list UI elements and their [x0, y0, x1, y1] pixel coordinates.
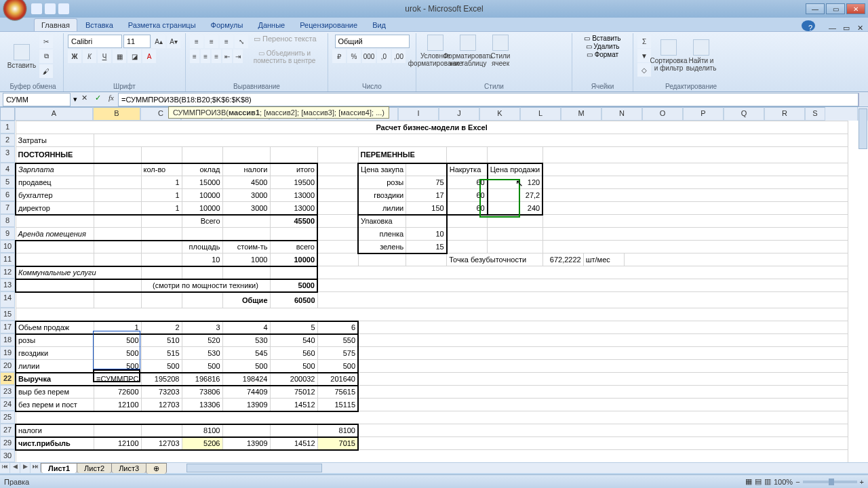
row-12: Коммунальные услуги	[16, 266, 848, 279]
row-15	[16, 308, 848, 321]
format-table-button[interactable]: Форматировать как таблицу	[453, 35, 483, 67]
close-button[interactable]: ✕	[846, 3, 865, 14]
view-normal-icon[interactable]: ▦	[745, 477, 752, 486]
sheet-tab-2[interactable]: Лист2	[77, 463, 112, 473]
row-23: выр без перем726007320373806744097501275…	[16, 386, 848, 399]
underline-button[interactable]: Ч	[98, 49, 111, 63]
view-break-icon[interactable]: ▥	[764, 477, 771, 486]
format-cells[interactable]: ▭ Формат	[576, 51, 629, 58]
zoom-in[interactable]: +	[860, 478, 864, 486]
font-size-box[interactable]	[123, 35, 151, 48]
shrink-font-icon[interactable]: A▾	[167, 35, 180, 48]
tab-home[interactable]: Главная	[34, 18, 77, 31]
clear-button[interactable]: ◇	[637, 63, 651, 77]
align-center[interactable]: ≡	[201, 49, 210, 63]
row-7: директор110000300013000лилии15060240	[16, 202, 848, 215]
tab-review[interactable]: Рецензирование	[293, 19, 364, 31]
border-button[interactable]: ▦	[113, 49, 126, 63]
minimize-button[interactable]: —	[806, 3, 825, 14]
format-painter-icon[interactable]: 🖌	[39, 64, 53, 78]
align-right[interactable]: ≡	[212, 49, 221, 63]
vertical-scrollbar[interactable]	[857, 107, 868, 121]
number-format-box[interactable]	[335, 35, 410, 48]
increase-indent[interactable]: ⇥	[233, 49, 243, 63]
select-all-button[interactable]	[0, 107, 15, 121]
currency-button[interactable]: ₽	[332, 49, 346, 63]
row-11: 10100010000Точка безубыточности672,2222ш…	[16, 253, 848, 266]
tab-data[interactable]: Данные	[251, 19, 292, 31]
copy-icon[interactable]: ⧉	[39, 49, 53, 63]
save-icon[interactable]	[31, 3, 42, 14]
italic-button[interactable]: К	[83, 49, 96, 63]
paste-button[interactable]: Вставить	[7, 44, 37, 69]
tab-view[interactable]: Вид	[366, 19, 393, 31]
tab-pagelayout[interactable]: Разметка страницы	[121, 19, 203, 31]
grow-font-icon[interactable]: A▴	[152, 35, 165, 48]
align-bottom[interactable]: ≡	[220, 35, 233, 48]
inc-decimal[interactable]: ,0	[377, 49, 391, 63]
maximize-button[interactable]: ▭	[826, 3, 845, 14]
cells-area[interactable]: Расчет бизнес-модели в Excel Затраты ПОС…	[15, 121, 857, 462]
zoom-value[interactable]: 100%	[774, 478, 793, 486]
align-left[interactable]: ≡	[190, 49, 199, 63]
redo-icon[interactable]	[58, 3, 69, 14]
row-30	[16, 450, 848, 463]
font-name-box[interactable]	[68, 35, 122, 48]
new-sheet-button[interactable]: ⊕	[146, 463, 167, 474]
group-cells-label: Ячейки	[576, 83, 629, 92]
view-layout-icon[interactable]: ▤	[755, 477, 762, 486]
row-6: бухгалтер110000300013000гвоздики176027,2	[16, 189, 848, 202]
quick-access-toolbar	[31, 3, 69, 14]
group-alignment-label: Выравнивание	[190, 83, 323, 92]
insert-cells[interactable]: ▭ Вставить	[576, 35, 629, 42]
sheet-tab-3[interactable]: Лист3	[111, 463, 146, 473]
row-14: Общие60500	[16, 292, 848, 308]
formula-expander[interactable]	[859, 93, 868, 106]
align-middle[interactable]: ≡	[205, 35, 218, 48]
formula-bar-row: ▾ ✕ ✓ fx	[0, 92, 868, 107]
align-top[interactable]: ≡	[190, 35, 203, 48]
tab-insert[interactable]: Вставка	[79, 19, 120, 31]
orientation[interactable]: ⤡	[235, 35, 248, 48]
horizontal-scrollbar[interactable]	[173, 463, 868, 473]
undo-icon[interactable]	[45, 3, 56, 14]
decrease-indent[interactable]: ⇤	[222, 49, 232, 63]
zoom-out[interactable]: −	[795, 478, 800, 486]
sort-filter-button[interactable]: Сортировка и фильтр	[654, 39, 684, 72]
fill-button[interactable]: ▼	[637, 49, 651, 62]
row-headers[interactable]: 1234567891011121314151718192022232425272…	[0, 121, 15, 462]
row-2: Затраты	[16, 134, 848, 147]
zoom-slider[interactable]	[803, 481, 857, 483]
row-13: (смотри по мощности техники)5000	[16, 279, 848, 292]
row-9: Аренда помещенияпленка10	[16, 228, 848, 241]
percent-button[interactable]: %	[347, 49, 361, 63]
formula-cancel[interactable]: ✕	[77, 94, 91, 106]
fill-color-button[interactable]: ◪	[127, 49, 141, 63]
bold-button[interactable]: Ж	[68, 49, 81, 63]
name-box[interactable]	[3, 93, 71, 106]
mdi-restore[interactable]: ▭	[836, 22, 850, 31]
row-20: лилии500500500500500500	[16, 360, 848, 373]
sheet-tab-1[interactable]: Лист1	[41, 463, 77, 473]
fx-button[interactable]: fx	[104, 94, 118, 106]
merge-button[interactable]: ▭ Объединить и поместить в центре	[244, 49, 323, 64]
formula-bar[interactable]	[118, 93, 859, 106]
row-22: Выручка=СУММПРС1952081968161984242000322…	[16, 373, 848, 386]
delete-cells[interactable]: ▭ Удалить	[576, 43, 629, 50]
autosum-button[interactable]: Σ	[637, 35, 651, 48]
formula-enter[interactable]: ✓	[91, 94, 104, 106]
comma-button[interactable]: 000	[362, 49, 376, 63]
cell-styles-button[interactable]: Стили ячеек	[486, 35, 515, 67]
find-select-button[interactable]: Найти и выделить	[686, 39, 716, 72]
column-headers[interactable]: ABCDEFGHIJKLMNOPQRS	[15, 107, 857, 121]
sheet-nav-buttons[interactable]: ⏮◀▶⏭	[0, 463, 41, 473]
cut-icon[interactable]: ✂	[39, 35, 53, 48]
function-arguments-tooltip: СУММПРОИЗВ(массив1; [массив2]; [массив3]…	[168, 106, 389, 119]
dec-decimal[interactable]: ,00	[392, 49, 406, 63]
mdi-close[interactable]: ✕	[850, 22, 864, 31]
wrap-text-button[interactable]: ▭ Перенос текста	[250, 35, 317, 48]
help-icon[interactable]: ?	[802, 20, 815, 31]
mdi-minimize[interactable]: —	[822, 22, 835, 31]
font-color-button[interactable]: A	[142, 49, 156, 63]
tab-formulas[interactable]: Формулы	[204, 19, 250, 31]
